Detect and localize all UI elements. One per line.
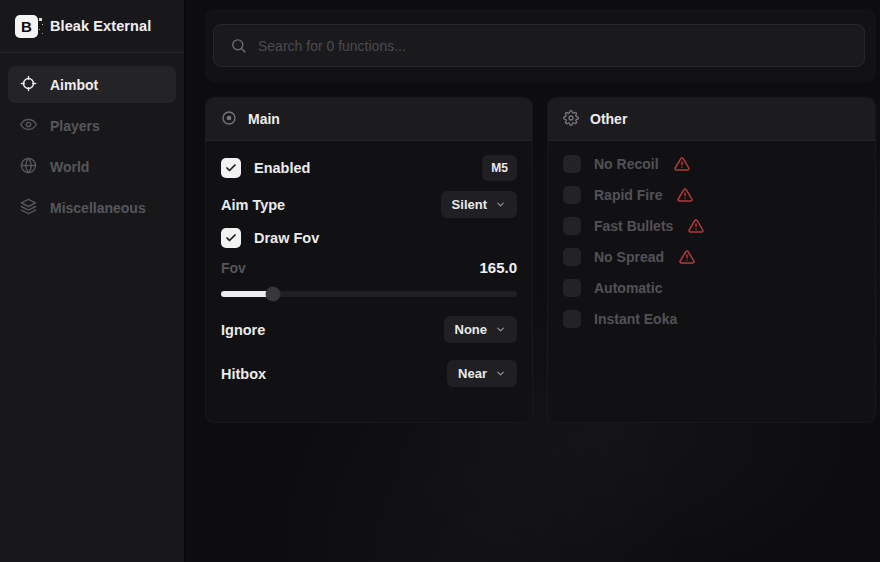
enabled-row: Enabled M5 [221,155,517,181]
chevron-down-icon [495,199,506,210]
ignore-value: None [455,322,488,337]
fast-bullets-label: Fast Bullets [594,218,673,234]
search-input[interactable] [258,38,850,54]
sidebar-item-label: World [50,159,89,175]
other-panel-header: Other [548,98,875,141]
sidebar-item-label: Aimbot [50,77,98,93]
fov-slider-knob[interactable] [265,286,280,301]
app-logo-letter: B [21,18,32,35]
layers-icon [20,198,37,218]
globe-icon [20,157,37,177]
enabled-checkbox[interactable] [221,158,241,178]
target-icon [221,110,237,129]
instant-eoka-checkbox[interactable] [563,310,581,328]
warning-icon [688,218,704,234]
warning-icon [674,156,690,172]
other-panel-title: Other [590,111,627,127]
automatic-row: Automatic [563,277,860,299]
main-panel-header: Main [206,98,532,141]
fov-row: Fov 165.0 [221,259,517,276]
fov-slider[interactable] [221,286,517,301]
other-panel-body: No Recoil Rapid Fire Fast Bullets No Spr… [548,141,875,330]
app-title: Bleak External [50,18,151,34]
sidebar-header: B Bleak External [0,0,184,53]
chevron-down-icon [495,368,506,379]
draw-fov-label: Draw Fov [254,230,319,246]
ignore-label: Ignore [221,322,265,338]
instant-eoka-row: Instant Eoka [563,308,860,330]
search-panel [205,9,876,82]
ignore-select[interactable]: None [444,316,518,343]
draw-fov-row: Draw Fov [221,228,517,248]
fast-bullets-row: Fast Bullets [563,215,860,237]
automatic-checkbox[interactable] [563,279,581,297]
draw-fov-checkbox[interactable] [221,228,241,248]
fov-value: 165.0 [479,259,517,276]
automatic-label: Automatic [594,280,662,296]
no-spread-row: No Spread [563,246,860,268]
aim-type-label: Aim Type [221,197,285,213]
aim-type-value: Silent [452,197,487,212]
enabled-label: Enabled [254,160,310,176]
aim-type-select[interactable]: Silent [441,191,517,218]
gear-icon [563,110,579,129]
sidebar-item-label: Players [50,118,100,134]
hitbox-value: Near [458,366,487,381]
warning-icon [677,187,693,203]
rapid-fire-row: Rapid Fire [563,184,860,206]
hitbox-label: Hitbox [221,366,266,382]
no-spread-checkbox[interactable] [563,248,581,266]
sidebar-nav: Aimbot Players World [0,53,184,239]
app-logo: B [15,15,38,38]
main-panel: Main Enabled M5 Aim Type Silent [205,97,533,423]
checkmark-icon [225,162,237,174]
warning-icon [679,249,695,265]
crosshair-icon [20,75,37,95]
sidebar-item-label: Miscellaneous [50,200,146,216]
hitbox-row: Hitbox Near [221,360,517,387]
main-panel-title: Main [248,111,280,127]
sidebar: B Bleak External Aimbot Players [0,0,185,562]
search-icon [230,37,247,54]
chevron-down-icon [495,324,506,335]
keybind-button[interactable]: M5 [482,155,517,181]
no-recoil-label: No Recoil [594,156,659,172]
search-box[interactable] [213,24,865,67]
sidebar-item-miscellaneous[interactable]: Miscellaneous [8,189,176,226]
eye-icon [20,116,37,136]
sidebar-item-world[interactable]: World [8,148,176,185]
no-spread-label: No Spread [594,249,664,265]
hitbox-select[interactable]: Near [447,360,517,387]
fov-label: Fov [221,260,246,276]
sidebar-item-aimbot[interactable]: Aimbot [8,66,176,103]
aim-type-row: Aim Type Silent [221,191,517,218]
fast-bullets-checkbox[interactable] [563,217,581,235]
sidebar-item-players[interactable]: Players [8,107,176,144]
checkmark-icon [225,232,237,244]
no-recoil-checkbox[interactable] [563,155,581,173]
rapid-fire-checkbox[interactable] [563,186,581,204]
ignore-row: Ignore None [221,316,517,343]
rapid-fire-label: Rapid Fire [594,187,662,203]
other-panel: Other No Recoil Rapid Fire Fast Bullets [547,97,876,423]
instant-eoka-label: Instant Eoka [594,311,677,327]
main-panel-body: Enabled M5 Aim Type Silent Draw Fov Fov … [206,141,532,387]
no-recoil-row: No Recoil [563,153,860,175]
